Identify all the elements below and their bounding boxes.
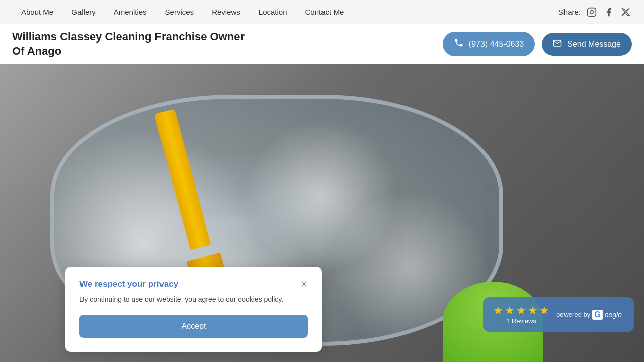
message-icon — [553, 39, 562, 50]
send-message-button[interactable]: Send Message — [542, 33, 632, 56]
star-1: ★ — [493, 304, 503, 317]
reviews-count: 1 Reviews — [493, 317, 549, 325]
privacy-body-text: By continuing to use our website, you ag… — [79, 294, 308, 305]
reviews-badge: ★ ★ ★ ★ ★ 1 Reviews powered by Google — [483, 297, 634, 332]
star-rating: ★ ★ ★ ★ ★ 1 Reviews — [493, 304, 549, 325]
privacy-modal: We respect your privacy ✕ By continuing … — [65, 267, 322, 352]
nav-links: About Me Gallery Amenities Services Revi… — [12, 0, 558, 24]
star-3: ★ — [516, 304, 526, 317]
share-label: Share: — [558, 8, 581, 16]
svg-point-1 — [590, 10, 594, 14]
instagram-icon[interactable] — [586, 6, 598, 18]
nav-link-contact-me[interactable]: Contact Me — [296, 0, 353, 24]
header-actions: (973) 445-0633 Send Message — [443, 32, 632, 56]
phone-number: (973) 445-0633 — [469, 40, 524, 49]
hero-section: ★ ★ ★ ★ ★ 1 Reviews powered by Google We… — [0, 64, 644, 362]
svg-rect-0 — [588, 8, 596, 16]
powered-by-label: powered by — [556, 311, 590, 318]
facebook-icon[interactable] — [603, 6, 615, 18]
accept-button[interactable]: Accept — [79, 315, 308, 338]
brush-handle — [154, 109, 211, 250]
nav-share: Share: — [558, 6, 632, 18]
nav-link-services[interactable]: Services — [156, 0, 203, 24]
nav-bar: About Me Gallery Amenities Services Revi… — [0, 0, 644, 24]
nav-link-gallery[interactable]: Gallery — [62, 0, 105, 24]
phone-icon — [454, 38, 464, 50]
google-g-letter: G — [592, 310, 602, 320]
privacy-close-button[interactable]: ✕ — [300, 280, 308, 289]
powered-by-google: powered by Google — [556, 310, 622, 320]
google-letters: oogle — [605, 311, 622, 319]
nav-link-reviews[interactable]: Reviews — [203, 0, 250, 24]
page-title: Williams Classey Cleaning Franchise Owne… — [12, 30, 245, 58]
stars-container: ★ ★ ★ ★ ★ — [493, 304, 549, 317]
nav-link-location[interactable]: Location — [250, 0, 296, 24]
privacy-title: We respect your privacy — [79, 279, 178, 289]
star-4: ★ — [528, 304, 538, 317]
star-5: ★ — [539, 304, 549, 317]
nav-link-about-me[interactable]: About Me — [12, 0, 62, 24]
star-2: ★ — [505, 304, 515, 317]
svg-point-2 — [594, 9, 595, 10]
twitter-x-icon[interactable] — [620, 6, 632, 18]
page-header: Williams Classey Cleaning Franchise Owne… — [0, 24, 644, 64]
phone-button[interactable]: (973) 445-0633 — [443, 32, 535, 56]
privacy-modal-header: We respect your privacy ✕ — [79, 279, 308, 289]
send-message-label: Send Message — [567, 40, 621, 49]
nav-link-amenities[interactable]: Amenities — [105, 0, 156, 24]
